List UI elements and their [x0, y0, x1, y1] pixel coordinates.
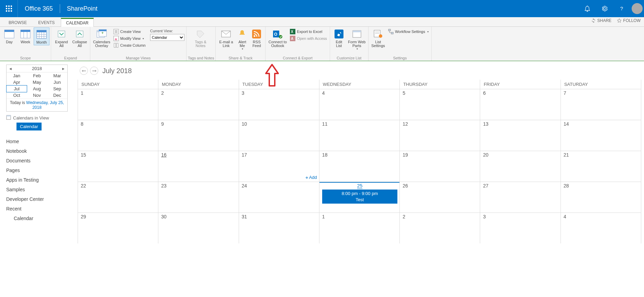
- calendar-cell[interactable]: 10: [239, 120, 319, 151]
- notifications-icon[interactable]: [579, 0, 596, 17]
- create-column-button[interactable]: Create Column: [112, 42, 147, 49]
- month-apr[interactable]: Apr: [7, 79, 27, 85]
- calendar-cell[interactable]: 7: [561, 89, 641, 120]
- calendar-cell[interactable]: 3: [480, 213, 561, 243]
- tab-calendar[interactable]: CALENDAR: [61, 18, 93, 27]
- prev-month-icon[interactable]: 🡐: [80, 67, 88, 75]
- collapse-all-button[interactable]: Collapse All: [71, 27, 89, 48]
- help-icon[interactable]: ?: [613, 0, 630, 17]
- calendar-cell[interactable]: 30: [158, 213, 239, 243]
- calendar-cell[interactable]: 15: [78, 151, 158, 182]
- calendar-cell[interactable]: 9: [158, 120, 239, 151]
- month-jan[interactable]: Jan: [7, 72, 27, 79]
- month-button[interactable]: Month: [34, 27, 49, 45]
- calendar-cell[interactable]: 23: [158, 182, 239, 213]
- email-link-button[interactable]: E-mail a Link: [217, 27, 235, 48]
- add-event-button[interactable]: + Add: [305, 174, 317, 180]
- view-select[interactable]: Calendar: [150, 34, 184, 41]
- next-month-icon[interactable]: 🡒: [90, 67, 98, 75]
- tab-events[interactable]: EVENTS: [33, 18, 60, 26]
- calendar-cell[interactable]: 258:00 pm - 9:00 pmTest: [319, 182, 400, 213]
- calendar-cell[interactable]: 4: [561, 213, 641, 243]
- calendar-cell[interactable]: 13: [480, 120, 561, 151]
- calendar-cell[interactable]: 2: [400, 213, 480, 243]
- calendar-cell[interactable]: 5: [400, 89, 480, 120]
- expand-all-button[interactable]: Expand All: [53, 27, 70, 48]
- today-link[interactable]: Wednesday, July 25, 2018: [26, 100, 64, 110]
- modify-view-button[interactable]: Modify View▾: [112, 35, 147, 42]
- calendar-cell[interactable]: 1: [319, 213, 400, 243]
- calendar-cell[interactable]: 14: [561, 120, 641, 151]
- calendar-cell[interactable]: 12: [400, 120, 480, 151]
- sidenav-apps-in-testing[interactable]: Apps in Testing: [6, 175, 73, 185]
- year-label: 2018: [12, 66, 61, 71]
- calendar-cell[interactable]: 4: [319, 89, 400, 120]
- sidenav-home[interactable]: Home: [6, 137, 73, 146]
- month-mar[interactable]: Mar: [47, 72, 67, 79]
- connect-outlook-button[interactable]: OConnect to Outlook: [267, 27, 288, 48]
- calendar-cell[interactable]: 24: [239, 182, 319, 213]
- app-launcher-icon[interactable]: [0, 0, 18, 17]
- gear-icon[interactable]: [596, 0, 613, 17]
- form-web-parts-button[interactable]: Form Web Parts▾: [347, 27, 367, 51]
- tags-notes-button[interactable]: Tags & Notes: [188, 27, 213, 48]
- sidenav-recent[interactable]: Recent: [6, 204, 73, 214]
- month-oct[interactable]: Oct: [7, 92, 27, 99]
- edit-list-button[interactable]: Edit List: [331, 27, 347, 48]
- calendar-cell[interactable]: 6: [480, 89, 561, 120]
- sharepoint-link[interactable]: SharePoint: [60, 0, 104, 17]
- sidenav-samples[interactable]: Samples: [6, 185, 73, 194]
- calendar-cell[interactable]: 22: [78, 182, 158, 213]
- calendar-cell[interactable]: 16: [158, 151, 239, 182]
- calendar-cell[interactable]: 3: [239, 89, 319, 120]
- tab-browse[interactable]: BROWSE: [3, 18, 32, 26]
- calendar-cell[interactable]: 2: [158, 89, 239, 120]
- calendar-cell[interactable]: 29: [78, 213, 158, 243]
- sidenav-pages[interactable]: Pages: [6, 165, 73, 175]
- sidenav-sub-calendar[interactable]: Calendar: [6, 214, 73, 223]
- month-may[interactable]: May: [27, 79, 47, 85]
- next-year-icon[interactable]: ►: [61, 67, 65, 71]
- calendar-cell[interactable]: 31: [239, 213, 319, 243]
- calendar-cell[interactable]: 19: [400, 151, 480, 182]
- svg-rect-5: [11, 8, 12, 9]
- calendar-cell[interactable]: 20: [480, 151, 561, 182]
- calendar-cell[interactable]: 21: [561, 151, 641, 182]
- calendar-cell[interactable]: 17+ Add: [239, 151, 319, 182]
- sidenav-notebook[interactable]: Notebook: [6, 146, 73, 156]
- create-view-button[interactable]: Create View: [112, 28, 147, 35]
- calendar-cell[interactable]: 8: [78, 120, 158, 151]
- calendar-badge[interactable]: Calendar: [16, 123, 42, 130]
- calendar-cell[interactable]: 18: [319, 151, 400, 182]
- calendar-event[interactable]: 8:00 pm - 9:00 pmTest: [322, 190, 397, 204]
- workflow-settings-button[interactable]: Workflow Settings▾: [387, 28, 430, 35]
- rss-feed-button[interactable]: RSS Feed: [249, 27, 264, 48]
- week-button[interactable]: Week: [18, 27, 33, 45]
- alert-me-button[interactable]: Alert Me▾: [235, 27, 249, 51]
- month-feb[interactable]: Feb: [27, 72, 47, 79]
- calendar-cell[interactable]: 28: [561, 182, 641, 213]
- month-dec[interactable]: Dec: [47, 92, 67, 99]
- month-sep[interactable]: Sep: [47, 85, 67, 92]
- list-settings-button[interactable]: List Settings: [370, 27, 386, 48]
- calendar-cell[interactable]: 27: [480, 182, 561, 213]
- follow-button[interactable]: FOLLOW: [617, 18, 641, 23]
- sidenav-documents[interactable]: Documents: [6, 156, 73, 165]
- sync-button[interactable]: SHARE: [591, 18, 611, 23]
- calendar-cell[interactable]: 11: [319, 120, 400, 151]
- calendars-overlay-button[interactable]: +Calendars Overlay: [92, 27, 112, 48]
- sidenav-developer-center[interactable]: Developer Center: [6, 194, 73, 204]
- avatar[interactable]: [632, 3, 643, 14]
- office365-link[interactable]: Office 365: [18, 0, 60, 17]
- month-jul[interactable]: Jul: [6, 85, 27, 92]
- month-aug[interactable]: Aug: [27, 85, 47, 92]
- calendar-cell[interactable]: 1: [78, 89, 158, 120]
- prev-year-icon[interactable]: ◄: [9, 67, 12, 71]
- svg-rect-2: [11, 5, 12, 7]
- export-excel-button[interactable]: XExport to Excel: [289, 28, 328, 35]
- calendar-cell[interactable]: 26: [400, 182, 480, 213]
- month-jun[interactable]: Jun: [47, 79, 67, 85]
- open-access-button[interactable]: AOpen with Access: [289, 35, 328, 42]
- day-button[interactable]: Day: [1, 27, 17, 45]
- month-nov[interactable]: Nov: [27, 92, 47, 99]
